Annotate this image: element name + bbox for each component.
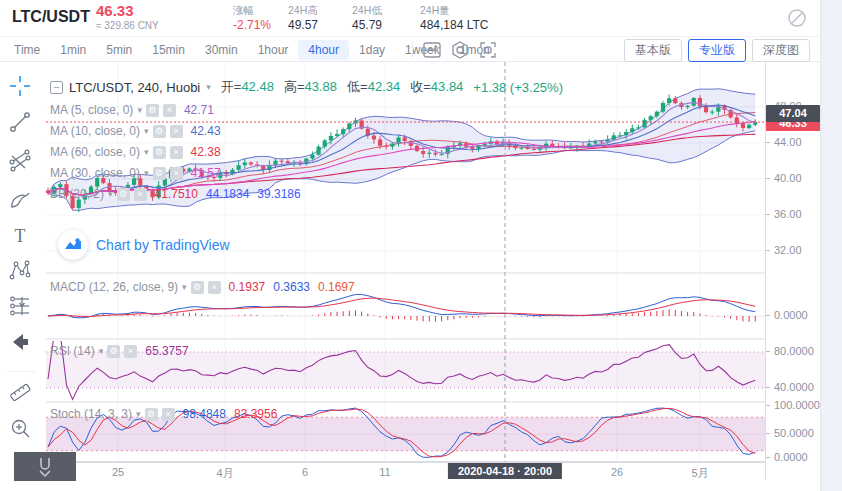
indicator-value: 98.4848 <box>183 407 226 421</box>
chevron-down-icon[interactable]: ▾ <box>137 105 142 115</box>
indicator-value: 42.38 <box>191 145 221 159</box>
crosshair-icon[interactable] <box>8 74 32 98</box>
right-gutter <box>820 0 842 491</box>
indicator-close-icon[interactable]: × <box>208 281 221 294</box>
legend-rsi: RSI (14)▾⚙×65.3757 <box>50 342 189 360</box>
indicator-value: 0.1937 <box>229 280 266 294</box>
high-value: 43.88 <box>305 79 338 94</box>
crosshair-time-badge: 2020-04-18 · 20:00 <box>448 463 562 479</box>
legend-stoch: Stoch (14, 3, 3)▾⚙×98.484883.3956 <box>50 405 277 423</box>
legend-ma60: MA (60, close, 0)▾⚙×42.38 <box>50 143 221 161</box>
rsi-tick: 80.0000 <box>766 345 814 357</box>
indicator-value: 65.3757 <box>145 344 188 358</box>
interval-1hour[interactable]: 1hour <box>248 40 299 60</box>
indicator-settings-icon[interactable]: ⚙ <box>146 104 159 117</box>
stoch-tick: 100.0000 <box>766 399 820 411</box>
chart-toolbar: Time1min5min15min30min1hour4hour1day1wee… <box>0 36 842 62</box>
interval-4hour[interactable]: 4hour <box>298 40 349 60</box>
chevron-down-icon[interactable]: ▾ <box>144 147 149 157</box>
stoch-tick: 50.0000 <box>766 427 814 439</box>
xabcd-pattern-icon[interactable] <box>8 258 32 282</box>
trading-terminal: LTC/USDT 46.33 ≈ 329.86 CNY 涨幅 -2.71% 24… <box>0 0 842 491</box>
legend-bb: BB (20, 2)▾⚙×41.751044.183439.3186 <box>50 185 301 203</box>
text-tool-icon[interactable]: T <box>8 224 32 248</box>
indicator-settings-icon[interactable]: ⚙ <box>191 281 204 294</box>
interval-time[interactable]: Time <box>4 40 50 60</box>
indicator-value: 39.3186 <box>257 187 300 201</box>
interval-5min[interactable]: 5min <box>96 40 142 60</box>
legend-ma5: MA (5, close, 0)▾⚙×42.71 <box>50 101 214 119</box>
chevron-down-icon[interactable]: ▾ <box>108 189 113 199</box>
indicator-settings-icon[interactable]: ⚙ <box>153 146 166 159</box>
interval-15min[interactable]: 15min <box>142 40 195 60</box>
indicator-value: 44.1834 <box>206 187 249 201</box>
undo-arrow-icon[interactable] <box>8 330 32 354</box>
collapse-legend-icon[interactable]: − <box>50 81 63 94</box>
time-tick: 6 <box>302 466 308 478</box>
symbol-title: LTC/USDT <box>12 8 90 26</box>
indicator-settings-icon[interactable]: ⚙ <box>117 188 130 201</box>
price-fiat: ≈ 329.86 CNY <box>96 20 159 31</box>
chevron-down-icon[interactable]: ▾ <box>99 346 104 356</box>
indicator-value: 0.3633 <box>273 280 310 294</box>
price-tick: 44.00 <box>766 136 802 148</box>
slashed-circle-icon[interactable] <box>786 7 808 29</box>
chevron-down-icon[interactable]: ▾ <box>206 82 211 92</box>
chevron-down-icon[interactable]: ▾ <box>136 409 141 419</box>
ruler-icon[interactable] <box>8 380 32 404</box>
legend-ma30: MA (30, close, 0)▾⚙×41.57 <box>50 164 221 182</box>
rsi-tick: 40.0000 <box>766 381 814 393</box>
forecast-icon[interactable] <box>8 294 32 318</box>
indicator-close-icon[interactable]: × <box>124 345 137 358</box>
tradingview-attribution[interactable]: Chart by TradingView <box>58 230 230 260</box>
indicator-settings-icon[interactable]: ⚙ <box>153 167 166 180</box>
indicator-close-icon[interactable]: × <box>170 167 183 180</box>
screenshot-icon[interactable] <box>478 40 498 60</box>
trend-line-icon[interactable] <box>8 110 32 134</box>
indicator-settings-icon[interactable]: ⚙ <box>153 125 166 138</box>
last-price: 46.33 <box>96 2 134 19</box>
magnet-button[interactable] <box>14 452 76 481</box>
indicator-close-icon[interactable]: × <box>163 104 176 117</box>
indicator-settings-icon[interactable]: ⚙ <box>107 345 120 358</box>
tradingview-logo <box>58 230 88 260</box>
interval-1min[interactable]: 1min <box>50 40 96 60</box>
indicator-value: 41.57 <box>191 166 221 180</box>
view-button-专业版[interactable]: 专业版 <box>688 39 746 62</box>
indicator-close-icon[interactable]: × <box>162 408 175 421</box>
time-axis[interactable]: 254月611265月2020-04-18 · 20:00 <box>46 462 765 481</box>
time-tick: 4月 <box>216 466 233 481</box>
view-button-深度图[interactable]: 深度图 <box>752 39 810 62</box>
gann-fan-icon[interactable] <box>8 148 32 172</box>
brush-icon[interactable] <box>8 188 32 212</box>
legend-macd: MACD (12, 26, close, 9)▾⚙×0.19370.36330.… <box>50 278 355 296</box>
open-value: 42.48 <box>241 79 274 94</box>
indicator-value: 41.7510 <box>155 187 198 201</box>
price-axis[interactable]: 48.0044.0040.0036.0032.000.000080.000040… <box>765 62 820 480</box>
chart-style-icon[interactable] <box>422 40 442 60</box>
indicator-value: 0.1697 <box>318 280 355 294</box>
magnet-icon <box>34 455 56 479</box>
drawbar-divider <box>7 371 35 372</box>
time-tick: 25 <box>112 466 124 478</box>
zoom-in-icon[interactable] <box>8 416 32 440</box>
time-tick: 11 <box>379 466 390 478</box>
chevron-down-icon[interactable]: ▾ <box>144 126 149 136</box>
indicator-settings-icon[interactable]: ⚙ <box>145 408 158 421</box>
crosshair-price-badge: 47.04 <box>766 105 820 122</box>
indicator-close-icon[interactable]: × <box>134 188 147 201</box>
interval-1day[interactable]: 1day <box>349 40 395 60</box>
macd-tick: 0.0000 <box>766 309 808 321</box>
price-tick: 36.00 <box>766 208 802 220</box>
view-button-基本版[interactable]: 基本版 <box>624 39 682 62</box>
chevron-down-icon[interactable]: ▾ <box>182 282 187 292</box>
indicator-close-icon[interactable]: × <box>170 125 183 138</box>
tradingview-link[interactable]: Chart by TradingView <box>96 237 230 253</box>
indicator-close-icon[interactable]: × <box>170 146 183 159</box>
price-tick: 32.00 <box>766 244 802 256</box>
toolbar-divider <box>412 41 413 58</box>
interval-30min[interactable]: 30min <box>195 40 248 60</box>
chevron-down-icon[interactable]: ▾ <box>144 168 149 178</box>
chart-legend-title: − LTC/USDT, 240, Huobi ▾ 开=42.48 高=43.88… <box>50 78 563 96</box>
indicator-settings-icon[interactable] <box>450 40 470 60</box>
